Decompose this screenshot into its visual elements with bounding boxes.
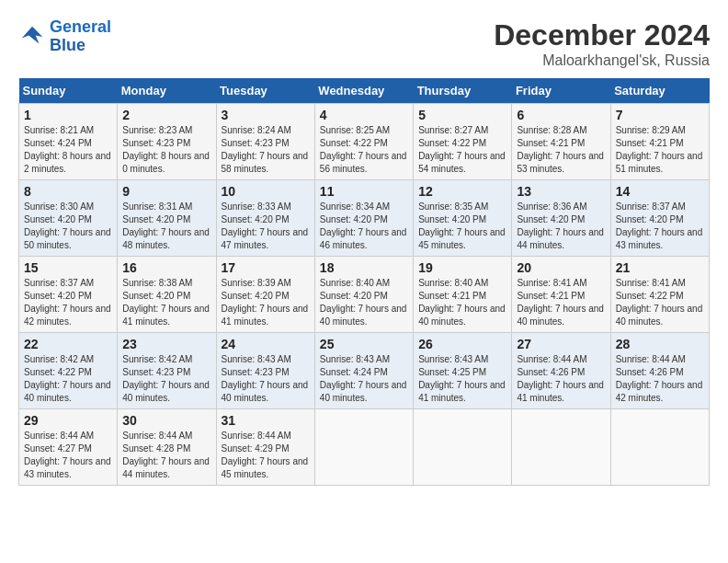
day-info: Sunrise: 8:38 AM Sunset: 4:20 PM Dayligh… <box>122 277 210 328</box>
day-info: Sunrise: 8:34 AM Sunset: 4:20 PM Dayligh… <box>320 201 408 252</box>
title-block: December 2024 Maloarkhangel'sk, Russia <box>494 18 710 69</box>
day-info: Sunrise: 8:42 AM Sunset: 4:23 PM Dayligh… <box>122 353 210 405</box>
day-info: Sunrise: 8:24 AM Sunset: 4:23 PM Dayligh… <box>222 124 310 176</box>
col-sunday: Sunday <box>19 78 118 104</box>
table-row: 3 Sunrise: 8:24 AM Sunset: 4:23 PM Dayli… <box>216 104 314 180</box>
day-info: Sunrise: 8:31 AM Sunset: 4:20 PM Dayligh… <box>122 201 210 252</box>
location-title: Maloarkhangel'sk, Russia <box>494 52 710 69</box>
table-row: 26 Sunrise: 8:43 AM Sunset: 4:25 PM Dayl… <box>414 333 512 409</box>
day-number: 7 <box>616 108 704 122</box>
table-row: 16 Sunrise: 8:38 AM Sunset: 4:20 PM Dayl… <box>118 257 216 333</box>
table-row: 14 Sunrise: 8:37 AM Sunset: 4:20 PM Dayl… <box>610 180 709 257</box>
day-number: 28 <box>616 337 704 351</box>
day-info: Sunrise: 8:44 AM Sunset: 4:26 PM Dayligh… <box>517 353 605 405</box>
day-number: 10 <box>222 184 310 199</box>
calendar-week-row: 22 Sunrise: 8:42 AM Sunset: 4:22 PM Dayl… <box>19 333 710 409</box>
day-info: Sunrise: 8:33 AM Sunset: 4:20 PM Dayligh… <box>222 201 310 252</box>
table-row: 1 Sunrise: 8:21 AM Sunset: 4:24 PM Dayli… <box>19 104 118 180</box>
table-row: 30 Sunrise: 8:44 AM Sunset: 4:28 PM Dayl… <box>118 409 216 486</box>
calendar-body: 1 Sunrise: 8:21 AM Sunset: 4:24 PM Dayli… <box>19 104 710 486</box>
table-row: 12 Sunrise: 8:35 AM Sunset: 4:20 PM Dayl… <box>414 180 512 257</box>
day-info: Sunrise: 8:43 AM Sunset: 4:23 PM Dayligh… <box>222 353 310 405</box>
month-title: December 2024 <box>494 18 710 52</box>
day-info: Sunrise: 8:41 AM Sunset: 4:22 PM Dayligh… <box>616 277 704 328</box>
day-number: 2 <box>122 108 210 122</box>
day-info: Sunrise: 8:37 AM Sunset: 4:20 PM Dayligh… <box>616 201 704 252</box>
table-row: 20 Sunrise: 8:41 AM Sunset: 4:21 PM Dayl… <box>512 257 610 333</box>
day-number: 24 <box>222 337 310 351</box>
day-number: 9 <box>122 184 210 199</box>
table-row: 19 Sunrise: 8:40 AM Sunset: 4:21 PM Dayl… <box>414 257 512 333</box>
table-row: 28 Sunrise: 8:44 AM Sunset: 4:26 PM Dayl… <box>610 333 709 409</box>
table-row: 21 Sunrise: 8:41 AM Sunset: 4:22 PM Dayl… <box>610 257 709 333</box>
logo-blue: Blue <box>50 37 111 55</box>
calendar-week-row: 29 Sunrise: 8:44 AM Sunset: 4:27 PM Dayl… <box>19 409 710 486</box>
day-number: 1 <box>24 108 112 122</box>
svg-marker-0 <box>22 27 43 44</box>
logo-text: General Blue <box>50 18 111 55</box>
day-number: 21 <box>616 260 704 275</box>
page-header: General Blue December 2024 Maloarkhangel… <box>18 18 710 69</box>
table-row: 6 Sunrise: 8:28 AM Sunset: 4:21 PM Dayli… <box>512 104 610 180</box>
table-row: 7 Sunrise: 8:29 AM Sunset: 4:21 PM Dayli… <box>610 104 709 180</box>
table-row: 23 Sunrise: 8:42 AM Sunset: 4:23 PM Dayl… <box>118 333 216 409</box>
day-info: Sunrise: 8:36 AM Sunset: 4:20 PM Dayligh… <box>517 201 605 252</box>
day-number: 12 <box>418 184 506 199</box>
day-info: Sunrise: 8:43 AM Sunset: 4:25 PM Dayligh… <box>418 353 506 405</box>
day-number: 13 <box>517 184 605 199</box>
day-info: Sunrise: 8:25 AM Sunset: 4:22 PM Dayligh… <box>320 124 408 176</box>
col-tuesday: Tuesday <box>216 78 314 104</box>
logo-general: General <box>50 17 111 36</box>
calendar-table: Sunday Monday Tuesday Wednesday Thursday… <box>18 78 710 486</box>
day-number: 11 <box>320 184 408 199</box>
day-number: 23 <box>122 337 210 351</box>
day-number: 8 <box>24 184 112 199</box>
table-row: 10 Sunrise: 8:33 AM Sunset: 4:20 PM Dayl… <box>216 180 314 257</box>
day-number: 22 <box>24 337 112 351</box>
table-row: 22 Sunrise: 8:42 AM Sunset: 4:22 PM Dayl… <box>19 333 118 409</box>
table-row: 9 Sunrise: 8:31 AM Sunset: 4:20 PM Dayli… <box>118 180 216 257</box>
table-row: 13 Sunrise: 8:36 AM Sunset: 4:20 PM Dayl… <box>512 180 610 257</box>
day-info: Sunrise: 8:30 AM Sunset: 4:20 PM Dayligh… <box>24 201 112 252</box>
day-number: 25 <box>320 337 408 351</box>
day-info: Sunrise: 8:39 AM Sunset: 4:20 PM Dayligh… <box>222 277 310 328</box>
table-row: 2 Sunrise: 8:23 AM Sunset: 4:23 PM Dayli… <box>118 104 216 180</box>
calendar-week-row: 8 Sunrise: 8:30 AM Sunset: 4:20 PM Dayli… <box>19 180 710 257</box>
table-row: 8 Sunrise: 8:30 AM Sunset: 4:20 PM Dayli… <box>19 180 118 257</box>
empty-cell <box>314 409 413 486</box>
table-row: 29 Sunrise: 8:44 AM Sunset: 4:27 PM Dayl… <box>19 409 118 486</box>
table-row: 24 Sunrise: 8:43 AM Sunset: 4:23 PM Dayl… <box>216 333 314 409</box>
day-number: 6 <box>517 108 605 122</box>
day-number: 3 <box>222 108 310 122</box>
day-number: 16 <box>122 260 210 275</box>
table-row: 15 Sunrise: 8:37 AM Sunset: 4:20 PM Dayl… <box>19 257 118 333</box>
day-info: Sunrise: 8:28 AM Sunset: 4:21 PM Dayligh… <box>517 124 605 176</box>
day-number: 30 <box>122 413 210 428</box>
table-row: 5 Sunrise: 8:27 AM Sunset: 4:22 PM Dayli… <box>414 104 512 180</box>
day-info: Sunrise: 8:42 AM Sunset: 4:22 PM Dayligh… <box>24 353 112 405</box>
day-number: 20 <box>517 260 605 275</box>
calendar-week-row: 15 Sunrise: 8:37 AM Sunset: 4:20 PM Dayl… <box>19 257 710 333</box>
calendar-header: Sunday Monday Tuesday Wednesday Thursday… <box>19 78 710 104</box>
day-number: 5 <box>418 108 506 122</box>
day-info: Sunrise: 8:29 AM Sunset: 4:21 PM Dayligh… <box>616 124 704 176</box>
day-number: 29 <box>24 413 112 428</box>
day-info: Sunrise: 8:21 AM Sunset: 4:24 PM Dayligh… <box>24 124 112 176</box>
day-info: Sunrise: 8:41 AM Sunset: 4:21 PM Dayligh… <box>517 277 605 328</box>
col-friday: Friday <box>512 78 610 104</box>
day-number: 27 <box>517 337 605 351</box>
table-row: 18 Sunrise: 8:40 AM Sunset: 4:20 PM Dayl… <box>314 257 413 333</box>
header-row: Sunday Monday Tuesday Wednesday Thursday… <box>19 78 710 104</box>
table-row: 4 Sunrise: 8:25 AM Sunset: 4:22 PM Dayli… <box>314 104 413 180</box>
day-info: Sunrise: 8:27 AM Sunset: 4:22 PM Dayligh… <box>418 124 506 176</box>
table-row: 27 Sunrise: 8:44 AM Sunset: 4:26 PM Dayl… <box>512 333 610 409</box>
col-monday: Monday <box>118 78 216 104</box>
empty-cell <box>414 409 512 486</box>
day-number: 14 <box>616 184 704 199</box>
day-info: Sunrise: 8:43 AM Sunset: 4:24 PM Dayligh… <box>320 353 408 405</box>
col-saturday: Saturday <box>610 78 709 104</box>
day-info: Sunrise: 8:44 AM Sunset: 4:26 PM Dayligh… <box>616 353 704 405</box>
day-number: 31 <box>222 413 310 428</box>
day-info: Sunrise: 8:35 AM Sunset: 4:20 PM Dayligh… <box>418 201 506 252</box>
table-row: 31 Sunrise: 8:44 AM Sunset: 4:29 PM Dayl… <box>216 409 314 486</box>
